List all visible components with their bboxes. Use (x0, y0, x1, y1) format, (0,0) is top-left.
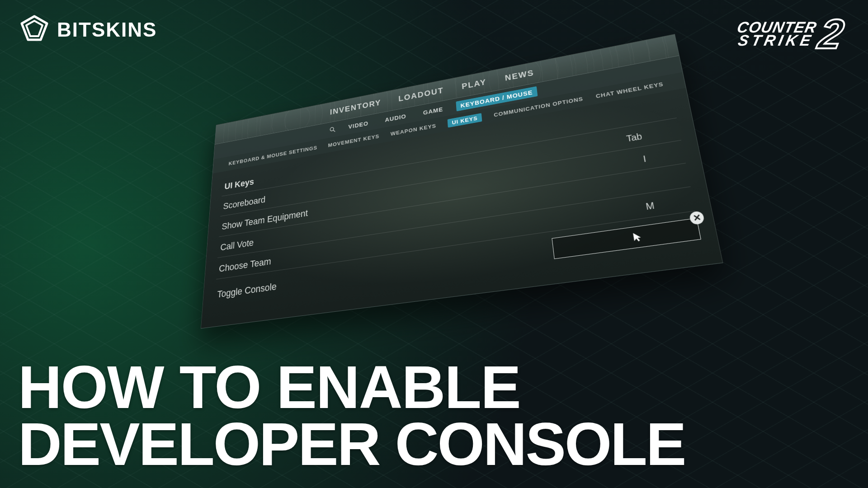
setting-value (650, 176, 685, 182)
svg-marker-4 (633, 232, 642, 242)
nav-news[interactable]: NEWS (505, 68, 534, 83)
svg-line-3 (334, 130, 335, 132)
svg-point-2 (330, 127, 334, 131)
tab-game[interactable]: GAME (419, 103, 448, 118)
nav-play[interactable]: PLAY (462, 78, 487, 91)
svg-marker-1 (26, 21, 42, 36)
nav-loadout[interactable]: LOADOUT (398, 86, 444, 103)
tab-audio[interactable]: AUDIO (381, 110, 410, 125)
search-icon[interactable] (329, 126, 336, 134)
game-logo-two: 2 (816, 16, 847, 52)
setting-label: Toggle Console (217, 281, 277, 300)
setting-value: Tab (626, 125, 677, 144)
section-title: UI Keys (224, 177, 255, 192)
setting-label: Scoreboard (223, 194, 266, 212)
clear-bind-button[interactable]: ✕ (689, 211, 705, 225)
headline-line1: HOW TO ENABLE (18, 359, 850, 416)
brand-name: BITSKINS (57, 19, 157, 41)
brand-mark-icon (20, 14, 49, 45)
cursor-icon (632, 231, 645, 246)
brand-logo: BITSKINS (20, 14, 157, 45)
game-logo-line2: STRIKE (733, 34, 815, 47)
setting-value: I (642, 148, 682, 164)
setting-value: M (645, 195, 691, 212)
section-header-value (638, 108, 672, 114)
setting-label: Choose Team (219, 256, 272, 274)
setting-label: Call Vote (220, 237, 254, 253)
headline-line2: DEVELOPER CONSOLE (18, 416, 850, 473)
tab-video[interactable]: VIDEO (344, 117, 373, 132)
game-logo: COUNTER STRIKE 2 (736, 16, 843, 52)
headline: HOW TO ENABLE DEVELOPER CONSOLE (18, 359, 850, 473)
